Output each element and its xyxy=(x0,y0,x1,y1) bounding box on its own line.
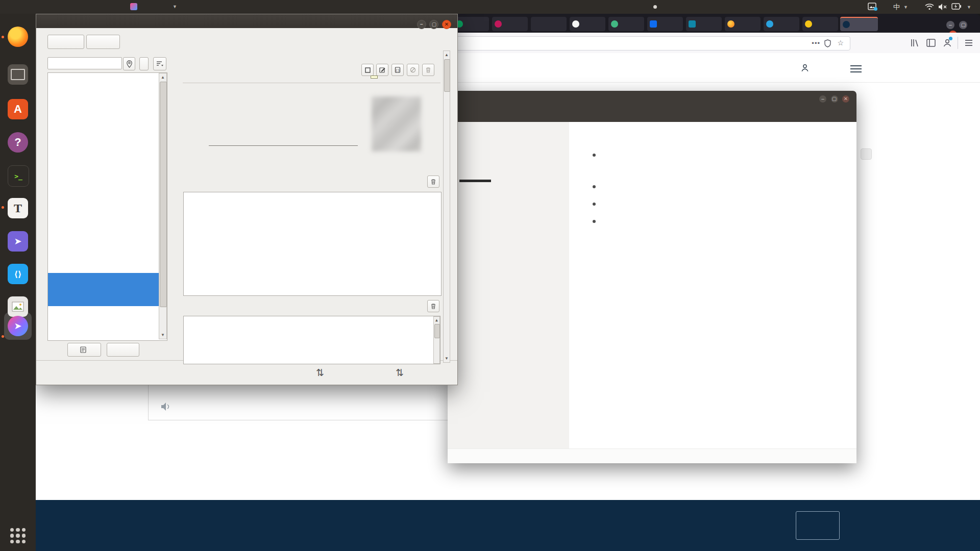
preferences-button[interactable] xyxy=(47,35,84,49)
tab-telegram[interactable] xyxy=(764,17,799,31)
bookmark-star-icon[interactable]: ☆ xyxy=(837,39,844,47)
menu-icon[interactable] xyxy=(964,38,974,48)
tab-changyong[interactable] xyxy=(686,17,722,31)
typora-editor[interactable] xyxy=(569,122,856,448)
qv2ray-window: – ▢ ✕ xyxy=(36,14,458,385)
terminal-icon[interactable]: >_ xyxy=(8,165,29,187)
server-row[interactable] xyxy=(48,74,167,107)
speaker-icon[interactable] xyxy=(160,402,172,412)
log-scrollbar[interactable]: ▲ xyxy=(433,316,440,364)
scroll-up-icon[interactable]: ▲ xyxy=(159,75,166,80)
server-list-scrollbar[interactable]: ▲ ▼ xyxy=(159,73,167,339)
tab-vue[interactable] xyxy=(608,17,644,31)
tab-firefox-new[interactable] xyxy=(725,17,761,31)
json-icon: {:} xyxy=(395,67,401,73)
scrollbar-thumb[interactable] xyxy=(160,82,167,307)
page-actions-icon[interactable]: ••• xyxy=(812,39,820,47)
typora-titlebar[interactable]: – ▢ ✕ xyxy=(448,91,856,122)
blank-button[interactable] xyxy=(139,57,149,70)
typora-icon[interactable]: T xyxy=(8,198,28,218)
purple-arrow-app-icon[interactable]: ➤ xyxy=(8,231,28,252)
files-icon[interactable] xyxy=(8,64,28,85)
search-input[interactable] xyxy=(47,57,122,69)
panel-scrollbar[interactable]: ▲ ▼ xyxy=(443,51,450,363)
server-row-clipped[interactable] xyxy=(48,336,167,341)
maximize-button[interactable]: ▢ xyxy=(831,95,838,103)
scrollbar-thumb[interactable] xyxy=(444,59,450,92)
tab-github[interactable] xyxy=(570,17,605,31)
share-link-field[interactable] xyxy=(209,135,358,146)
help-icon[interactable]: ? xyxy=(8,132,28,153)
server-list[interactable]: ▲ ▼ xyxy=(47,72,167,341)
scroll-up-icon[interactable]: ▲ xyxy=(444,53,450,57)
maximize-button[interactable]: ▢ xyxy=(429,20,438,29)
plugins-button[interactable] xyxy=(86,35,120,49)
close-button[interactable]: ✕ xyxy=(442,20,451,29)
url-bar[interactable]: ••• ☆ xyxy=(455,36,850,51)
tab-kuaisu[interactable] xyxy=(453,17,489,31)
location-pin-button[interactable] xyxy=(123,57,135,70)
minimize-button[interactable]: – xyxy=(946,21,954,29)
sidebar-icon[interactable] xyxy=(926,38,936,48)
connect-disconnect-button[interactable] xyxy=(361,64,374,76)
running-indicator xyxy=(2,206,4,209)
battery-icon[interactable] xyxy=(951,3,962,10)
shield-icon[interactable] xyxy=(824,39,831,47)
server-row[interactable] xyxy=(48,140,167,173)
vscode-icon[interactable]: ⟨⟩ xyxy=(8,264,28,284)
notification-dot xyxy=(653,5,657,9)
scroll-down-icon[interactable]: ▼ xyxy=(444,356,450,361)
qv2ray-titlebar[interactable]: – ▢ ✕ xyxy=(36,14,457,28)
edit-button[interactable] xyxy=(376,64,388,76)
tab-zhihu-npm[interactable] xyxy=(647,17,683,31)
edit-json-button[interactable]: {:} xyxy=(391,64,404,76)
scroll-down-icon[interactable]: ▼ xyxy=(159,333,166,337)
clear-graph-button[interactable] xyxy=(427,176,439,188)
system-menu-caret[interactable]: ▼ xyxy=(967,5,971,10)
tab-antd[interactable] xyxy=(492,17,528,31)
qv2ray-icon[interactable]: ➤ xyxy=(8,316,28,336)
tab-deepl-active[interactable] xyxy=(840,17,878,31)
typora-window: – ▢ ✕ xyxy=(448,91,856,463)
nav-menu-icon[interactable] xyxy=(850,65,862,72)
delete-button-disabled[interactable] xyxy=(422,64,434,76)
tab-jiji[interactable] xyxy=(802,17,838,31)
scroll-up-icon[interactable]: ▲ xyxy=(434,318,439,322)
tab-newtab[interactable] xyxy=(531,17,567,31)
volume-muted-icon[interactable] xyxy=(938,3,947,11)
server-row-selected[interactable] xyxy=(48,273,167,306)
speed-graph xyxy=(183,192,442,296)
server-row[interactable] xyxy=(48,240,167,273)
wifi-icon[interactable] xyxy=(925,3,934,10)
bullet-icon xyxy=(593,154,596,157)
server-row[interactable] xyxy=(48,306,167,339)
cookie-close-button[interactable] xyxy=(796,511,840,540)
show-applications-icon[interactable] xyxy=(10,528,26,543)
server-row[interactable] xyxy=(48,173,167,207)
sort-button[interactable] xyxy=(153,57,166,70)
scrollbar-thumb[interactable] xyxy=(434,324,440,338)
ubuntu-software-icon[interactable]: A xyxy=(8,99,28,119)
account-icon[interactable] xyxy=(942,38,952,48)
group-button[interactable] xyxy=(107,343,139,357)
running-indicator xyxy=(2,36,4,38)
minimize-button[interactable]: – xyxy=(417,20,426,29)
latency-test-button-disabled[interactable] xyxy=(407,64,419,76)
library-icon[interactable] xyxy=(910,38,920,48)
close-button[interactable]: ✕ xyxy=(842,95,849,103)
clear-log-button[interactable] xyxy=(427,300,439,312)
server-row[interactable] xyxy=(48,207,167,240)
files-tab-underline xyxy=(459,180,491,182)
server-row[interactable] xyxy=(48,107,167,140)
qv2ray-window-controls: – ▢ ✕ xyxy=(417,17,451,31)
log-view[interactable]: ▲ xyxy=(183,316,440,364)
minimize-button[interactable]: – xyxy=(819,95,826,103)
page-widget[interactable] xyxy=(861,148,872,160)
new-button[interactable] xyxy=(67,343,101,357)
firefox-icon[interactable] xyxy=(8,27,28,47)
svg-text:{:}: {:} xyxy=(396,68,400,72)
maximize-button[interactable]: ▢ xyxy=(959,21,967,29)
sync-badge xyxy=(949,37,952,40)
screenshot-tray-icon[interactable] xyxy=(868,3,876,12)
input-method-indicator[interactable]: 中 xyxy=(893,3,900,12)
